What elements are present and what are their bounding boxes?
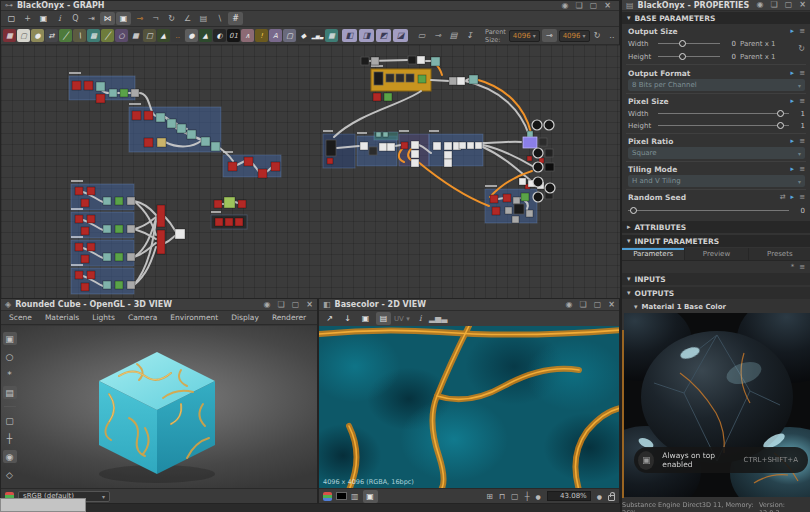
dot-link-icon[interactable]: ⊸ bbox=[431, 29, 444, 42]
menu-materials[interactable]: Materials bbox=[45, 313, 79, 322]
save-icon[interactable]: ↓ bbox=[340, 312, 355, 325]
levels-node-icon[interactable]: 01 bbox=[227, 29, 240, 42]
background-color-swatch[interactable] bbox=[336, 492, 347, 500]
sphere-node-icon[interactable]: ● bbox=[185, 29, 198, 42]
create-frame-icon[interactable]: ▣ bbox=[116, 12, 131, 25]
menu-lights[interactable]: Lights bbox=[92, 313, 115, 322]
marquee-select-icon[interactable]: ▢ bbox=[4, 12, 19, 25]
frame-box-icon[interactable]: ◪ bbox=[393, 29, 408, 42]
histogram-icon[interactable]: ▂▅▃ bbox=[431, 312, 446, 325]
pin-icon[interactable]: ◉ bbox=[566, 301, 573, 309]
flood-fill-node-icon[interactable]: ▲ bbox=[157, 29, 170, 42]
transform-node-icon[interactable]: ▢ bbox=[283, 29, 296, 42]
elbow-link-icon[interactable]: ¬ bbox=[148, 12, 163, 25]
histogram-node-icon[interactable]: ▂▅▃ bbox=[311, 29, 324, 42]
section-attributes[interactable]: ▸ATTRIBUTES bbox=[622, 221, 810, 233]
tiling-mode-select[interactable]: H and V Tiling▾ bbox=[628, 175, 805, 187]
pan-tool-icon[interactable]: + bbox=[20, 12, 35, 25]
height-slider[interactable] bbox=[658, 56, 720, 57]
pixel-width-slider[interactable] bbox=[658, 113, 789, 114]
grid-node-icon[interactable]: ▦ bbox=[325, 29, 338, 42]
image-display-icon[interactable]: ▤ bbox=[196, 12, 211, 25]
zoom-search-icon[interactable]: Q bbox=[68, 12, 83, 25]
color-management-icon[interactable] bbox=[323, 492, 332, 501]
section-outputs[interactable]: ▾OUTPUTS bbox=[622, 287, 810, 299]
wire-sphere-icon[interactable]: ◉ bbox=[3, 450, 17, 463]
clean-graph-icon[interactable]: ∖ bbox=[212, 12, 227, 25]
zoom-level-input[interactable]: 43.08% bbox=[547, 491, 591, 501]
pin-icon[interactable]: ◉ bbox=[757, 1, 764, 9]
close-icon[interactable]: × bbox=[604, 2, 611, 10]
card-icon[interactable]: ▤ bbox=[447, 29, 460, 42]
image-display-icon[interactable]: ▣ bbox=[363, 490, 378, 503]
channels-icon[interactable]: ▥ bbox=[351, 492, 359, 501]
close-icon[interactable]: × bbox=[306, 301, 313, 309]
uv-mode-select[interactable]: UV ▾ bbox=[394, 315, 410, 323]
section-input-parameters[interactable]: ▾INPUT PARAMETERS bbox=[622, 235, 810, 247]
zoom-in-icon[interactable]: ● bbox=[597, 493, 602, 500]
frame-fit-icon[interactable]: ◧ bbox=[342, 29, 357, 42]
float-window-icon[interactable]: ❏ bbox=[278, 301, 285, 309]
fill-node-icon[interactable]: ◆ bbox=[297, 29, 310, 42]
graph-canvas[interactable] bbox=[1, 45, 620, 299]
fit-width-icon[interactable]: ⊓ bbox=[499, 492, 505, 501]
tile-sampler-node-icon[interactable]: ▦ bbox=[129, 29, 142, 42]
fit-view-icon[interactable]: ▢ bbox=[3, 414, 17, 427]
splatter-node-icon[interactable]: ‥ bbox=[171, 29, 184, 42]
lock-zoom-icon[interactable] bbox=[608, 495, 615, 501]
section-inputs[interactable]: ▾INPUTS bbox=[622, 273, 810, 285]
selected-node[interactable] bbox=[523, 137, 537, 148]
comment-icon[interactable]: ▭ bbox=[415, 29, 428, 42]
maximize-icon[interactable]: ▢ bbox=[594, 301, 602, 309]
param-menu-icon[interactable]: ≡ bbox=[799, 27, 805, 35]
frame-all-icon[interactable]: ▢ bbox=[511, 492, 519, 501]
param-menu-icon[interactable]: ≡ bbox=[799, 137, 805, 145]
parent-size-select[interactable]: 4096▾ bbox=[509, 30, 540, 42]
shape-extrude-node-icon[interactable]: □ bbox=[143, 29, 156, 42]
list-menu-icon[interactable]: ≡ bbox=[799, 263, 805, 271]
center-view-icon[interactable]: ┼ bbox=[525, 492, 530, 501]
param-menu-icon[interactable]: ≡ bbox=[799, 97, 805, 105]
pixel-ratio-select[interactable]: Square▾ bbox=[628, 147, 805, 159]
frame-expand-icon[interactable]: ◩ bbox=[376, 29, 391, 42]
bitmap-node-icon[interactable]: ▦ bbox=[3, 29, 16, 42]
axes-icon[interactable]: ┼ bbox=[3, 432, 17, 445]
light-bulb-icon[interactable]: ○ bbox=[3, 350, 17, 363]
image-box-icon[interactable]: ▤ bbox=[376, 312, 391, 325]
link-wh-icon[interactable]: ↻ bbox=[798, 44, 805, 53]
create-link-icon[interactable]: ⋈ bbox=[100, 12, 115, 25]
menu-renderer[interactable]: Renderer bbox=[272, 313, 306, 322]
terrain-node-icon[interactable]: ∧ bbox=[241, 29, 254, 42]
environment-icon[interactable]: * bbox=[3, 368, 17, 381]
shuffle-icon[interactable]: ⇄ bbox=[780, 193, 786, 201]
gear-icon[interactable]: * bbox=[791, 263, 795, 271]
param-menu-icon[interactable]: ≡ bbox=[799, 165, 805, 173]
menu-scene[interactable]: Scene bbox=[9, 313, 32, 322]
text-node-icon[interactable]: A bbox=[269, 29, 282, 42]
update-timer-icon[interactable]: ↻ bbox=[164, 12, 179, 25]
menu-camera[interactable]: Camera bbox=[128, 313, 157, 322]
svg-node-icon[interactable]: ▢ bbox=[17, 29, 30, 42]
straight-link-icon[interactable]: ⊸ bbox=[132, 12, 147, 25]
float-window-icon[interactable]: ❏ bbox=[580, 301, 587, 309]
tab-parameters[interactable]: Parameters bbox=[622, 248, 685, 260]
pixel-height-slider[interactable] bbox=[658, 125, 789, 126]
random-seed-slider[interactable] bbox=[628, 210, 789, 211]
blur-node-icon[interactable]: ● bbox=[31, 29, 44, 42]
maximize-icon[interactable]: ▢ bbox=[590, 2, 598, 10]
param-menu-icon[interactable]: ≡ bbox=[799, 193, 805, 201]
inherit-icon[interactable]: ▸ bbox=[791, 165, 795, 173]
view2d-viewport[interactable]: 4096 x 4096 (RGBA, 16bpc) bbox=[319, 326, 619, 488]
ao-node-icon[interactable]: ▩ bbox=[87, 29, 100, 42]
inherit-icon[interactable]: ▸ bbox=[791, 97, 795, 105]
section-material-base-color[interactable]: ▾Material 1 Base Color bbox=[622, 301, 810, 312]
maximize-icon[interactable]: ▢ bbox=[785, 1, 793, 9]
grid-snap-icon[interactable]: # bbox=[228, 12, 243, 25]
close-icon[interactable]: × bbox=[608, 301, 615, 309]
grid-toggle-icon[interactable]: ⊞ bbox=[486, 492, 493, 501]
display-photo-icon[interactable]: ▤ bbox=[3, 386, 17, 399]
slope-tool-icon[interactable]: ∠ bbox=[180, 12, 195, 25]
tab-preview[interactable]: Preview bbox=[685, 248, 748, 260]
pin-icon[interactable]: ◉ bbox=[562, 2, 569, 10]
output-preview[interactable]: ▣ Always on top enabled CTRL+SHIFT+A bbox=[624, 313, 810, 497]
